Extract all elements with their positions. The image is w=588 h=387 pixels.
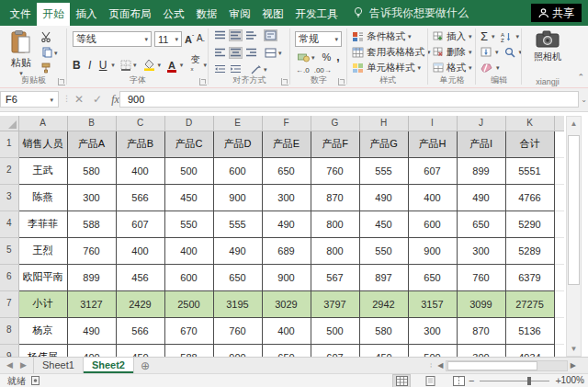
cell-styles-button[interactable]: 单元格样式▾ — [347, 60, 431, 75]
cell[interactable]: 600 — [213, 157, 262, 184]
row-header[interactable]: 8 — [0, 317, 18, 344]
cell[interactable]: 400 — [164, 237, 213, 264]
sheet-tab-sheet1[interactable]: Sheet1 — [33, 358, 84, 373]
ribbon-tab-7[interactable]: 审阅 — [223, 3, 256, 26]
find-select-button[interactable] — [504, 47, 515, 58]
table-header-cell[interactable]: 合计 — [505, 131, 554, 157]
cell[interactable]: 566 — [116, 184, 164, 211]
cell[interactable]: 870 — [311, 184, 359, 211]
cell[interactable]: 870 — [457, 317, 505, 344]
cell[interactable]: 607 — [408, 157, 457, 184]
ribbon-tab-9[interactable]: 开发工具 — [289, 3, 344, 26]
cell[interactable]: 490 — [67, 317, 116, 344]
alignment-dialog-launcher[interactable] — [281, 78, 288, 85]
increase-decimal-button[interactable]: ←.0 — [296, 66, 310, 74]
cell[interactable]: 3099 — [457, 290, 505, 317]
font-color-button[interactable]: A▾ — [166, 60, 185, 71]
accounting-format-button[interactable]: ▾ — [296, 51, 317, 63]
phonetic-dropdown-arrow[interactable]: ▾ — [203, 62, 207, 68]
cell[interactable]: 555 — [213, 211, 262, 237]
decrease-indent-button[interactable] — [214, 64, 226, 74]
fill-arrow[interactable]: ▾ — [495, 49, 499, 55]
cell[interactable]: 400 — [408, 184, 457, 211]
cell[interactable]: 760 — [213, 317, 262, 344]
cell[interactable]: 490 — [262, 211, 311, 237]
horizontal-scrollbar[interactable]: ⁞ ◀ ▶ — [430, 359, 579, 371]
vertical-scroll-thumb[interactable] — [568, 135, 580, 285]
row-header[interactable]: 6 — [0, 264, 18, 290]
formula-input[interactable]: 900 — [119, 91, 579, 108]
cell[interactable]: 900 — [262, 264, 311, 290]
font-color-dropdown-arrow[interactable]: ▾ — [180, 62, 184, 68]
merge-dropdown-arrow[interactable]: ▾ — [278, 50, 282, 56]
column-header[interactable]: D — [164, 116, 213, 131]
cell[interactable]: 490 — [213, 237, 262, 264]
scroll-up-arrow[interactable]: ▲ — [567, 117, 581, 131]
number-dialog-launcher[interactable] — [338, 78, 345, 85]
select-all-corner[interactable] — [0, 116, 18, 131]
cell[interactable]: 400 — [262, 317, 311, 344]
copy-button[interactable]: ▾ — [40, 46, 60, 59]
column-header[interactable]: B — [67, 116, 116, 131]
accounting-dropdown-arrow[interactable]: ▾ — [311, 54, 315, 61]
delete-cells-button[interactable]: 删除▾ — [428, 44, 472, 60]
ribbon-tab-2[interactable]: 开始 — [37, 3, 70, 26]
tell-me-box[interactable]: 告诉我你想要做什么 — [353, 0, 469, 26]
cell[interactable]: 650 — [408, 264, 457, 290]
ribbon-tab-4[interactable]: 页面布局 — [103, 3, 157, 26]
cell[interactable]: 800 — [311, 211, 359, 237]
row-header[interactable]: 2 — [0, 157, 18, 184]
cell[interactable]: 490 — [359, 184, 408, 211]
enter-check-icon[interactable]: ✓ — [93, 93, 102, 106]
camera-button[interactable]: 照相机 — [527, 30, 568, 63]
cell[interactable]: 566 — [116, 317, 164, 344]
cell[interactable]: 607 — [116, 211, 164, 237]
conditional-formatting-button[interactable]: 条件格式▾ — [347, 28, 431, 44]
cell[interactable]: 5290 — [505, 211, 554, 237]
italic-button[interactable]: I — [85, 59, 94, 72]
cell[interactable]: 27275 — [505, 290, 554, 317]
borders-dropdown-arrow[interactable]: ▾ — [133, 62, 137, 68]
cell[interactable]: 欧阳平南 — [18, 264, 67, 290]
clear-arrow[interactable]: ▾ — [496, 64, 500, 71]
cell[interactable]: 580 — [67, 157, 116, 184]
increase-indent-button[interactable] — [230, 64, 242, 74]
format-as-table-button[interactable]: 套用表格格式▾ — [347, 44, 431, 60]
column-header[interactable]: C — [116, 116, 164, 131]
number-format-select[interactable]: 常规▾ — [295, 31, 342, 47]
collapse-ribbon-chevron[interactable]: ⌃ — [577, 73, 584, 82]
scroll-left-arrow[interactable]: ◀ — [435, 361, 446, 370]
cell[interactable]: 650 — [213, 264, 262, 290]
cell[interactable]: 王烈 — [18, 237, 67, 264]
fill-button[interactable] — [481, 47, 492, 57]
cell[interactable]: 760 — [67, 237, 116, 264]
table-header-cell[interactable]: 产品D — [213, 131, 262, 157]
cell[interactable]: 580 — [359, 317, 408, 344]
font-size-select[interactable]: 11▾ — [154, 31, 182, 47]
scroll-right-arrow[interactable]: ▶ — [568, 361, 579, 370]
cell[interactable]: 2429 — [116, 290, 164, 317]
sort-filter-arrow[interactable]: ▾ — [516, 33, 520, 40]
cell[interactable]: 650 — [457, 211, 505, 237]
align-top-button[interactable] — [214, 30, 226, 40]
row-header[interactable]: 7 — [0, 290, 18, 317]
cell[interactable]: 3157 — [408, 290, 457, 317]
column-header[interactable]: I — [408, 116, 457, 131]
align-left-button[interactable] — [214, 48, 226, 58]
cell[interactable]: 300 — [262, 184, 311, 211]
cell[interactable]: 400 — [116, 237, 164, 264]
table-header-cell[interactable]: 产品E — [262, 131, 311, 157]
zoom-out-button[interactable]: − — [469, 375, 474, 387]
sheet-tab-sheet2[interactable]: Sheet2 — [84, 358, 134, 373]
cell[interactable]: 5551 — [505, 157, 554, 184]
cell[interactable]: 3029 — [262, 290, 311, 317]
cell[interactable]: 3127 — [67, 290, 116, 317]
ribbon-tab-3[interactable]: 插入 — [70, 3, 103, 26]
table-header-cell[interactable]: 销售人员 — [18, 131, 67, 157]
cell[interactable]: 899 — [457, 157, 505, 184]
formula-bar-expand-chevron[interactable]: ⌄ — [581, 96, 587, 104]
percent-style-button[interactable]: % — [322, 51, 332, 63]
cell[interactable]: 陈燕 — [18, 184, 67, 211]
cell[interactable]: 400 — [116, 157, 164, 184]
cell[interactable]: 897 — [359, 264, 408, 290]
